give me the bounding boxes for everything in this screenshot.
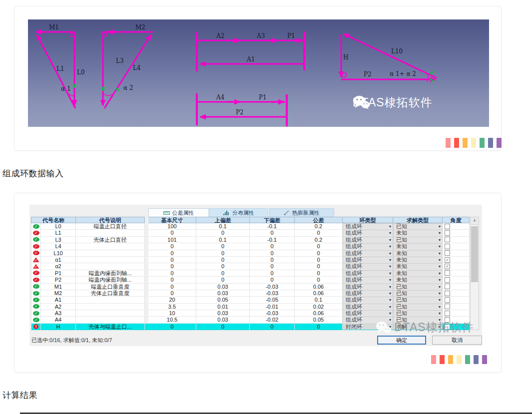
dropdown-arrow-icon: ▾ (439, 243, 441, 250)
solve-type-dropdown[interactable]: 已知▾ (393, 290, 443, 297)
table-row[interactable]: ✓L10000组成环▾未知▾ (31, 230, 470, 236)
ring-type-dropdown[interactable]: 组成环▾ (343, 223, 393, 230)
solve-type-dropdown[interactable]: 已知▾ (393, 237, 443, 243)
vertical-scrollbar[interactable]: ∧ (470, 217, 479, 330)
color-divider (431, 355, 487, 364)
confirm-button[interactable]: 确定 (377, 336, 426, 345)
gap-cell (145, 257, 148, 263)
dropdown-arrow-icon: ▾ (389, 284, 391, 290)
upper-dev-cell: 0.03 (196, 310, 250, 317)
ring-type-dropdown[interactable]: 组成环▾ (343, 270, 393, 277)
code-name-cell: A3 (41, 310, 76, 317)
solve-type-dropdown[interactable]: 已知▾ (393, 223, 443, 230)
dropdown-arrow-icon: ▾ (389, 223, 391, 230)
tab-tolerance-properties[interactable]: 公差属性 (148, 208, 209, 217)
table-row[interactable]: ✓A1200.05-0.050.1组成环▾已知▾ (31, 297, 470, 303)
header-cell-solve-type: 求解类型 (393, 217, 443, 223)
ring-type-dropdown[interactable]: 组成环▾ (343, 310, 393, 317)
section-heading-result: 计算结果 (2, 390, 37, 401)
solve-type-dropdown[interactable]: 已知▾ (393, 310, 443, 317)
table-row[interactable]: ✓A23.50.01-0.010.02组成环▾已知▾ (31, 304, 470, 310)
angle-checkbox[interactable]: ✓ (445, 264, 450, 269)
scroll-up-button[interactable]: ∧ (471, 217, 479, 225)
table-row[interactable]: ✓L3壳体止口直径1010.1-0.10.2组成环▾已知▾ (31, 237, 470, 243)
table-row[interactable]: ✓A3100.03-0.030.06组成环▾已知▾ (31, 310, 470, 317)
angle-checkbox[interactable] (445, 270, 450, 276)
code-desc-cell (76, 257, 145, 263)
solve-type-dropdown[interactable]: 未知▾ (393, 277, 443, 283)
table-row[interactable]: ✓L0端盖止口直径1000.1-0.10.2组成环▾已知▾ (31, 223, 470, 230)
scrollbar-thumb[interactable] (471, 226, 478, 282)
diagram-label-p1-top: P1 (287, 32, 295, 39)
solve-type-dropdown[interactable]: 未知▾ (393, 263, 443, 270)
code-desc-cell: 端盖内缘面到轴... (76, 277, 145, 283)
code-desc-cell: 端盖止口垂直度 (76, 284, 145, 290)
angle-cell (443, 243, 470, 250)
tab-thermal-expansion-properties[interactable]: 热膨胀属性 (269, 208, 334, 217)
angle-checkbox[interactable] (445, 224, 450, 229)
solve-type-dropdown[interactable]: 未知▾ (393, 257, 443, 263)
ring-type-dropdown[interactable]: 组成环▾ (343, 237, 393, 243)
basic-size-cell: 0 (148, 277, 196, 283)
dropdown-value: 组成环 (346, 257, 362, 263)
angle-checkbox[interactable] (445, 284, 450, 289)
cancel-button[interactable]: 取消 (432, 336, 482, 345)
diagram-label-alpha2: α 2 (123, 84, 133, 91)
dropdown-arrow-icon: ▾ (439, 304, 441, 310)
angle-checkbox[interactable] (445, 291, 450, 296)
table-row[interactable]: ✓L100000组成环▾未知▾ (31, 250, 470, 257)
table-row[interactable]: ✓M1端盖止口垂直度00.03-0.030.06组成环▾已知▾ (31, 284, 470, 290)
header-cell-desc: 代号说明 (76, 217, 145, 223)
status-known-icon: ✓ (33, 237, 39, 242)
ring-type-dropdown[interactable]: 组成环▾ (343, 277, 393, 283)
table-row[interactable]: ✓P1端盖内缘面到轴...0000组成环▾未知▾ (31, 270, 470, 277)
angle-checkbox[interactable] (445, 230, 450, 236)
tolerance-cell: 0.05 (295, 317, 343, 323)
angle-cell (443, 290, 470, 297)
table-row[interactable]: ✓α20000组成环▾未知▾✓ (31, 263, 470, 270)
dropdown-arrow-icon: ▾ (439, 277, 441, 283)
angle-checkbox[interactable]: ✓ (445, 257, 450, 263)
solve-type-dropdown[interactable]: 未知▾ (393, 230, 443, 236)
angle-checkbox[interactable] (445, 277, 450, 283)
ring-type-dropdown[interactable]: 组成环▾ (343, 284, 393, 290)
angle-checkbox[interactable] (445, 237, 450, 242)
tolerance-cell: 0 (295, 324, 343, 330)
ring-type-dropdown[interactable]: 组成环▾ (343, 304, 393, 310)
gap-cell (145, 284, 148, 290)
angle-checkbox[interactable] (445, 297, 450, 303)
dropdown-value: 已知 (396, 284, 407, 290)
table-row[interactable]: ✓M2壳体止口垂直度00.03-0.030.06组成环▾已知▾ (31, 290, 470, 297)
ring-type-dropdown[interactable]: 组成环▾ (343, 297, 393, 303)
ring-type-dropdown[interactable]: 组成环▾ (343, 290, 393, 297)
ring-table-header: 代号名称 代号说明 基本尺寸 上偏差 下偏差 公差 环类型 求解类型 角度 (31, 217, 470, 223)
angle-checkbox[interactable] (445, 244, 450, 249)
ring-type-dropdown[interactable]: 组成环▾ (343, 230, 393, 236)
table-row[interactable]: ✓L40000组成环▾未知▾ (31, 243, 470, 250)
solve-type-dropdown[interactable]: 未知▾ (393, 243, 443, 250)
diagram-label-alpha-sum: α 1+ α 2 (390, 70, 416, 77)
table-row[interactable]: ✓α10000组成环▾未知▾✓ (31, 257, 470, 263)
ring-type-dropdown[interactable]: 组成环▾ (343, 257, 393, 263)
angle-checkbox[interactable] (445, 304, 450, 309)
ring-type-dropdown[interactable]: 组成环▾ (343, 263, 393, 270)
solve-type-dropdown[interactable]: 未知▾ (393, 270, 443, 277)
ring-type-dropdown[interactable]: 组成环▾ (343, 243, 393, 250)
solve-type-dropdown[interactable]: 已知▾ (393, 304, 443, 310)
solve-type-dropdown[interactable]: 已知▾ (393, 297, 443, 303)
upper-dev-cell: 0.03 (196, 284, 250, 290)
table-row[interactable]: ✓P2端盖内缘面到轴...0000组成环▾未知▾ (31, 277, 470, 283)
solve-type-dropdown[interactable]: 未知▾ (393, 250, 443, 257)
angle-checkbox[interactable] (445, 311, 450, 316)
status-cell: ! (31, 324, 41, 330)
vector-loop-diagram: M1 M2 L1 L0 L3 L4 α 1 α 2 A2 A3 P1 A1 A4… (28, 19, 489, 127)
tab-distribution-properties[interactable]: 分布属性 (209, 208, 268, 217)
lower-dev-cell: -0.03 (250, 290, 295, 297)
angle-checkbox[interactable] (445, 250, 450, 256)
solve-type-dropdown[interactable]: 已知▾ (393, 284, 443, 290)
dropdown-value: 组成环 (346, 237, 362, 243)
ring-type-dropdown[interactable]: 组成环▾ (343, 250, 393, 257)
status-angle-warn-icon: ✓ (33, 264, 39, 269)
ring-table: 代号名称 代号说明 基本尺寸 上偏差 下偏差 公差 环类型 求解类型 角度 ✓L… (31, 217, 470, 330)
dropdown-arrow-icon: ▾ (439, 237, 441, 243)
